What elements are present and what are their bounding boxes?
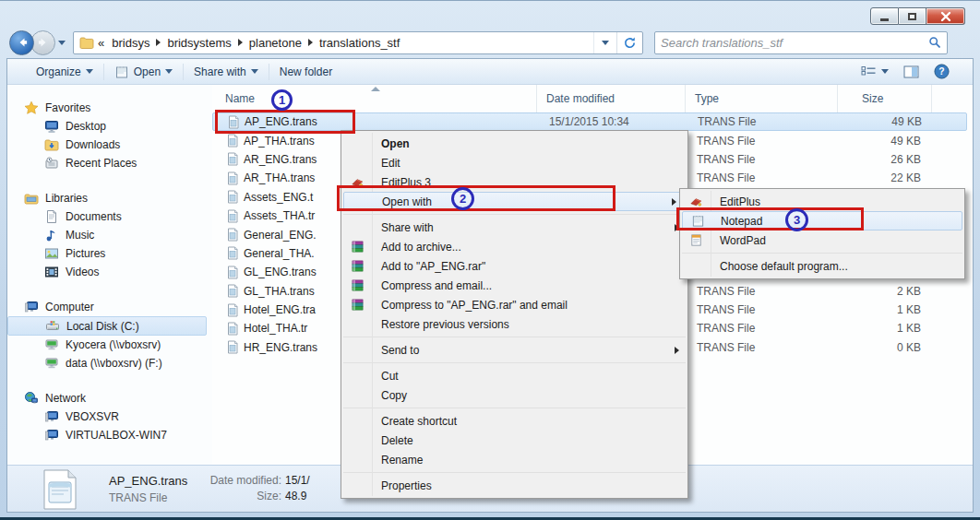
- breadcrumb-overflow[interactable]: «: [94, 36, 108, 50]
- sidebar-item-virtualbox-win7[interactable]: VIRTUALBOX-WIN7: [7, 426, 212, 444]
- explorer-window: « bridsys bridsystems planetone translat…: [0, 0, 980, 520]
- maximize-button[interactable]: [899, 7, 926, 25]
- submenu-arrow-icon: [675, 347, 679, 354]
- menu-item-add-to-rar[interactable]: Add to "AP_ENG.rar": [341, 256, 687, 276]
- sidebar-item-music[interactable]: Music: [7, 226, 212, 244]
- toolbar-divider: [269, 64, 269, 80]
- menu-separator: [343, 362, 686, 363]
- search-icon[interactable]: [928, 36, 941, 49]
- share-with-button[interactable]: Share with: [185, 61, 267, 83]
- submenu-item-choose-default-program[interactable]: Choose default program...: [680, 256, 964, 276]
- notepad-icon: [114, 65, 129, 79]
- sidebar-group-computer[interactable]: Computer: [7, 297, 212, 316]
- sidebar-item-data-vboxsrv-f[interactable]: data (\\vboxsrv) (F:): [7, 354, 212, 372]
- sidebar-item-local-disk-c[interactable]: Local Disk (C:): [7, 316, 207, 336]
- desktop-icon: [44, 119, 59, 134]
- menu-item-compress-and-email[interactable]: Compress and email...: [341, 276, 687, 295]
- menu-item-create-shortcut[interactable]: Create shortcut: [341, 411, 687, 431]
- file-name: General_ENG.: [244, 229, 317, 242]
- network-drive-icon: [44, 337, 59, 352]
- organize-button[interactable]: Organize: [28, 61, 102, 83]
- sidebar-group-libraries[interactable]: Libraries: [7, 188, 212, 207]
- trans-file-icon: [226, 228, 239, 242]
- sort-ascending-icon: [371, 87, 380, 91]
- chevron-down-icon: [602, 41, 609, 45]
- file-name: AR_THA.trans: [244, 171, 315, 184]
- menu-item-rename[interactable]: Rename: [341, 450, 687, 469]
- column-header-type[interactable]: Type: [686, 85, 838, 112]
- sidebar-item-label: Documents: [66, 210, 122, 223]
- navigation-bar: « bridsys bridsystems planetone translat…: [0, 27, 980, 58]
- breadcrumb-item-translations-stf[interactable]: translations_stf: [316, 36, 403, 50]
- libraries-icon: [24, 191, 39, 206]
- breadcrumb-separator-icon: [238, 39, 243, 46]
- menu-item-send-to[interactable]: Send to: [341, 340, 687, 360]
- computer-icon: [24, 300, 39, 314]
- sidebar-item-pictures[interactable]: Pictures: [7, 244, 212, 263]
- search-box[interactable]: [654, 31, 948, 54]
- sidebar-item-documents[interactable]: Documents: [7, 207, 212, 226]
- file-size-cell: 0 KB: [838, 341, 932, 354]
- open-button[interactable]: Open: [106, 61, 181, 83]
- history-dropdown-icon[interactable]: [58, 41, 66, 45]
- network-computer-icon: [44, 428, 59, 443]
- sidebar-item-vboxsvr[interactable]: VBOXSVR: [7, 408, 212, 426]
- close-button[interactable]: [926, 7, 965, 25]
- menu-item-share-with[interactable]: Share with: [341, 218, 687, 237]
- music-note-icon: [44, 228, 59, 242]
- column-header-name[interactable]: Name: [212, 85, 537, 112]
- file-size-cell: 49 KB: [839, 115, 933, 128]
- address-bar[interactable]: « bridsys bridsystems planetone translat…: [73, 31, 643, 54]
- menu-item-restore-previous-versions[interactable]: Restore previous versions: [341, 314, 687, 334]
- minimize-button[interactable]: [870, 7, 899, 25]
- sidebar-item-downloads[interactable]: Downloads: [7, 136, 212, 154]
- sidebar-item-kyocera-vboxsrv[interactable]: Kyocera (\\vboxsrv): [7, 336, 212, 354]
- selected-file-icon: [41, 469, 79, 514]
- breadcrumb-item-bridsys[interactable]: bridsys: [108, 36, 153, 50]
- menu-separator: [343, 472, 686, 473]
- change-view-button[interactable]: [858, 61, 891, 83]
- column-header-size[interactable]: Size: [838, 85, 932, 112]
- sidebar-item-videos[interactable]: Videos: [7, 263, 212, 281]
- document-icon: [44, 209, 59, 224]
- address-dropdown-button[interactable]: [593, 32, 616, 53]
- back-button[interactable]: [9, 30, 34, 55]
- column-header-date-modified[interactable]: Date modified: [537, 85, 686, 112]
- sidebar-item-recent-places[interactable]: Recent Places: [7, 154, 212, 172]
- sidebar-item-desktop[interactable]: Desktop: [7, 117, 212, 136]
- trans-file-icon: [226, 246, 239, 260]
- file-type-cell: TRANS File: [686, 153, 838, 166]
- annotation-step-1: 1: [271, 89, 293, 111]
- file-name: HR_ENG.trans: [244, 341, 317, 354]
- refresh-button[interactable]: [616, 32, 642, 53]
- breadcrumb-item-bridsystems[interactable]: bridsystems: [163, 36, 234, 50]
- menu-item-cut[interactable]: Cut: [341, 366, 687, 385]
- submenu-item-wordpad[interactable]: WordPad: [680, 230, 964, 250]
- breadcrumb-item-planetone[interactable]: planetone: [245, 36, 305, 50]
- sidebar-item-label: Kyocera (\\vboxsrv): [66, 338, 161, 351]
- menu-item-copy[interactable]: Copy: [341, 385, 687, 405]
- menu-item-delete[interactable]: Delete: [341, 431, 687, 450]
- new-folder-button[interactable]: New folder: [271, 61, 341, 83]
- chevron-down-icon: [251, 69, 258, 74]
- menu-item-edit[interactable]: Edit: [341, 153, 687, 172]
- menu-item-open[interactable]: Open: [341, 134, 687, 153]
- date-modified-value: 15/1/: [281, 474, 310, 487]
- preview-pane-button[interactable]: [901, 61, 922, 83]
- help-button[interactable]: ?: [931, 61, 952, 83]
- file-name: AR_ENG.trans: [244, 153, 317, 166]
- file-type-cell: TRANS File: [686, 303, 838, 316]
- file-name: GL_THA.trans: [244, 285, 315, 298]
- file-name: GL_ENG.trans: [244, 266, 317, 278]
- sidebar-item-label: Pictures: [66, 247, 105, 260]
- forward-button[interactable]: [30, 30, 55, 55]
- sidebar-group-favorites[interactable]: Favorites: [7, 98, 212, 117]
- sidebar-group-network[interactable]: Network: [7, 388, 212, 408]
- search-input[interactable]: [661, 36, 928, 50]
- menu-item-properties[interactable]: Properties: [341, 476, 687, 495]
- folder-icon: [79, 35, 94, 50]
- menu-item-add-to-archive[interactable]: Add to archive...: [341, 237, 687, 256]
- column-label: Size: [862, 92, 883, 105]
- sidebar-item-label: Desktop: [66, 120, 106, 133]
- menu-item-compress-to-rar-and-email[interactable]: Compress to "AP_ENG.rar" and email: [341, 295, 687, 314]
